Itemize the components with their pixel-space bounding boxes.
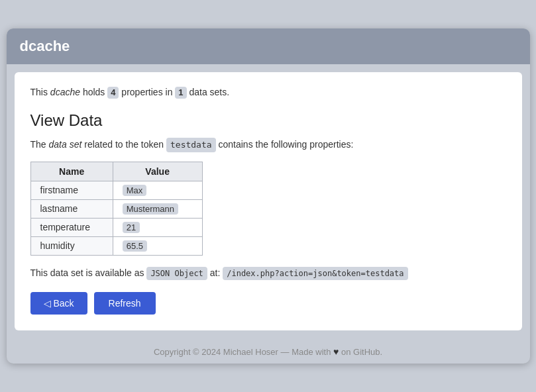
value-badge: Mustermann: [123, 203, 178, 215]
token-badge: testdata: [166, 138, 216, 152]
url-badge: /index.php?action=json&token=testdata: [223, 267, 407, 280]
cell-name: humidity: [30, 236, 113, 255]
column-header-value: Value: [113, 162, 202, 181]
app-title: dcache: [20, 38, 70, 54]
footer-suffix: on GitHub.: [341, 347, 382, 357]
back-button[interactable]: ◁ Back: [30, 292, 87, 315]
cell-value: 65.5: [113, 236, 202, 255]
cell-name: firstname: [30, 181, 113, 199]
footer-text: Copyright © 2024 Michael Hoser — Made wi…: [154, 347, 331, 357]
properties-table: Name Value firstnameMaxlastnameMusterman…: [30, 162, 203, 256]
properties-count-badge: 4: [107, 87, 119, 99]
table-row: humidity65.5: [30, 236, 202, 255]
cell-name: lastname: [30, 199, 113, 218]
table-header-row: Name Value: [30, 162, 202, 181]
table-row: lastnameMustermann: [30, 199, 202, 218]
app-window: dcache This dcache holds 4 properties in…: [7, 28, 530, 364]
footer: Copyright © 2024 Michael Hoser — Made wi…: [7, 338, 530, 364]
table-row: firstnameMax: [30, 181, 202, 199]
value-badge: 21: [123, 222, 140, 233]
table-row: temperature21: [30, 218, 202, 236]
heart-icon: ♥: [333, 346, 339, 357]
available-paragraph: This data set is available as JSON Objec…: [30, 266, 506, 280]
cell-value: Mustermann: [113, 199, 202, 218]
description-paragraph: The data set related to the token testda…: [30, 138, 506, 152]
app-name-italic: dcache: [50, 87, 80, 97]
main-content: This dcache holds 4 properties in 1 data…: [15, 72, 522, 330]
section-title: View Data: [30, 111, 506, 130]
column-header-name: Name: [30, 162, 113, 181]
title-bar: dcache: [7, 28, 530, 64]
intro-paragraph: This dcache holds 4 properties in 1 data…: [30, 85, 506, 99]
datasets-count-badge: 1: [175, 87, 186, 99]
refresh-button[interactable]: Refresh: [94, 292, 156, 315]
value-badge: 65.5: [123, 240, 147, 252]
cell-value: 21: [113, 218, 202, 236]
format-badge: JSON Object: [146, 267, 207, 280]
data-set-label: data set: [49, 139, 82, 150]
action-buttons: ◁ Back Refresh: [30, 292, 506, 315]
cell-value: Max: [113, 181, 202, 199]
cell-name: temperature: [30, 218, 113, 236]
value-badge: Max: [123, 185, 147, 196]
